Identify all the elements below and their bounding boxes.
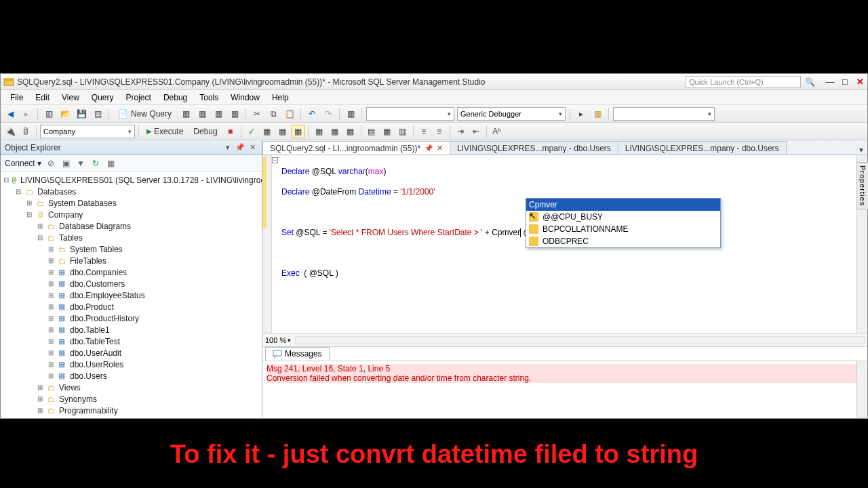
database-diagrams-node[interactable]: Database Diagrams <box>58 222 132 231</box>
activity-monitor-icon[interactable]: ▦ <box>344 107 357 121</box>
menu-tools[interactable]: Tools <box>194 92 224 104</box>
panel-dropdown-icon[interactable]: ▾ <box>222 143 233 152</box>
intellisense-icon[interactable]: ▦ <box>292 125 305 138</box>
table-node[interactable]: dbo.Companies <box>68 268 128 277</box>
intellisense-item[interactable]: BCPCOLLATIONNAME <box>526 223 720 235</box>
specify-values-icon[interactable]: Aᵇ <box>490 125 504 138</box>
new-query-button[interactable]: 📄 New Query <box>113 107 176 121</box>
connect-button[interactable]: Connect ▾ <box>5 159 41 168</box>
doc-tab-active[interactable]: SQLQuery2.sql - LI...ingroomadmin (55))*… <box>262 141 450 155</box>
client-stats-icon[interactable]: ▦ <box>344 125 357 138</box>
menu-query[interactable]: Query <box>86 92 119 104</box>
cut-icon[interactable]: ✂ <box>250 107 264 121</box>
system-tables-node[interactable]: System Tables <box>68 245 124 254</box>
menu-view[interactable]: View <box>56 92 85 104</box>
save-icon[interactable]: 💾 <box>75 107 88 121</box>
zoom-level[interactable]: 100 % <box>265 336 286 344</box>
tab-overflow-icon[interactable]: ▾ <box>855 145 867 155</box>
tab-pin-icon[interactable]: 📌 <box>425 144 433 152</box>
code-editor[interactable]: − Declare @SQL varchar(max) Declare @Dat… <box>262 155 867 333</box>
outline-collapse-icon[interactable]: − <box>272 157 278 163</box>
query-options-icon[interactable]: ▦ <box>276 125 290 138</box>
messages-scrollbar[interactable] <box>856 361 867 418</box>
table-node[interactable]: dbo.EmployeeStatus <box>68 291 146 300</box>
debug-button[interactable]: Debug <box>189 125 221 138</box>
tab-close-icon[interactable]: ✕ <box>437 144 443 152</box>
sync-icon[interactable]: ▦ <box>105 158 116 169</box>
databases-node[interactable]: Databases <box>36 187 77 197</box>
menu-help[interactable]: Help <box>267 92 294 104</box>
paste-icon[interactable]: 📋 <box>283 107 296 121</box>
minimize-button[interactable]: — <box>823 75 837 89</box>
tables-folder-node[interactable]: Tables <box>58 233 84 243</box>
results-text-icon[interactable]: ▤ <box>365 125 378 138</box>
menu-project[interactable]: Project <box>121 92 157 104</box>
filter-icon[interactable]: ▼ <box>75 158 86 169</box>
file-tables-node[interactable]: FileTables <box>68 256 108 266</box>
uncomment-icon[interactable]: ≡ <box>433 125 446 138</box>
cancel-query-icon[interactable]: ■ <box>224 125 237 138</box>
intellisense-item[interactable]: ODBCPREC <box>526 235 720 247</box>
table-node[interactable]: dbo.UserAudit <box>68 348 123 358</box>
refresh-icon[interactable]: ↻ <box>90 158 101 169</box>
table-node[interactable]: dbo.Product <box>68 302 115 312</box>
properties-tab[interactable]: Properties <box>856 162 868 209</box>
programmability-node[interactable]: Programmability <box>58 406 119 415</box>
table-node[interactable]: dbo.Users <box>68 371 108 381</box>
menu-window[interactable]: Window <box>225 92 265 104</box>
views-node[interactable]: Views <box>58 383 82 392</box>
open-icon[interactable]: 📂 <box>58 107 72 121</box>
intellisense-popup[interactable]: Cpmver @@CPU_BUSY BCPCOLLATIONNAME ODBCP… <box>526 198 721 248</box>
doc-tab[interactable]: LIVING\SQLEXPRES...mpany - dbo.Users <box>450 141 618 155</box>
messages-pane[interactable]: Msg 241, Level 16, State 1, Line 5 Conve… <box>262 361 867 418</box>
table-node[interactable]: dbo.TableTest <box>68 337 121 346</box>
estimated-plan-icon[interactable]: ▦ <box>260 125 274 138</box>
solution-config-combo[interactable]: ▾ <box>366 107 454 121</box>
system-databases-node[interactable]: System Databases <box>47 199 118 208</box>
panel-pin-icon[interactable]: 📌 <box>235 143 245 152</box>
intellisense-item[interactable]: @@CPU_BUSY <box>526 211 720 223</box>
close-button[interactable]: ✕ <box>852 75 867 89</box>
indent-icon[interactable]: ⇥ <box>454 125 467 138</box>
table-node[interactable]: dbo.Table1 <box>68 325 111 335</box>
panel-close-icon[interactable]: ✕ <box>247 143 258 152</box>
quick-launch-input[interactable]: Quick Launch (Ctrl+Q) <box>686 76 801 88</box>
debug-target-combo[interactable]: Generic Debugger▾ <box>457 107 566 121</box>
execute-button[interactable]: ▶Execute <box>142 125 187 138</box>
search-combo[interactable]: ▾ <box>613 107 715 121</box>
comment-icon[interactable]: ≡ <box>417 125 431 138</box>
copy-icon[interactable]: ⧉ <box>267 107 280 121</box>
actual-plan-icon[interactable]: ▦ <box>313 125 326 138</box>
menu-edit[interactable]: Edit <box>30 92 55 104</box>
table-node[interactable]: dbo.Customers <box>68 279 126 289</box>
connect-icon[interactable]: 🔌 <box>3 125 17 138</box>
save-all-icon[interactable]: ▤ <box>91 107 104 121</box>
undo-icon[interactable]: ↶ <box>305 107 319 121</box>
dmx-query-icon[interactable]: ▦ <box>212 107 225 121</box>
menu-debug[interactable]: Debug <box>158 92 193 104</box>
redo-icon[interactable]: ↷ <box>321 107 335 121</box>
table-node[interactable]: dbo.UserRoles <box>68 360 125 369</box>
object-explorer-tree[interactable]: ⊟🛢LIVING\SQLEXPRESS01 (SQL Server 13.0.1… <box>1 171 262 418</box>
intellisense-item-selected[interactable]: Cpmver <box>526 199 720 211</box>
server-node[interactable]: LIVING\SQLEXPRESS01 (SQL Server 13.0.172… <box>19 176 262 185</box>
registered-servers-icon[interactable]: ▦ <box>591 107 604 121</box>
change-connection-icon[interactable]: 🛢 <box>19 125 33 138</box>
back-icon[interactable]: ◀ <box>3 107 17 121</box>
db-engine-query-icon[interactable]: ▦ <box>179 107 193 121</box>
parse-icon[interactable]: ✓ <box>245 125 258 138</box>
live-stats-icon[interactable]: ▦ <box>328 125 342 138</box>
menu-file[interactable]: File <box>5 92 28 104</box>
maximize-button[interactable]: □ <box>837 75 852 89</box>
stop-icon[interactable]: ▣ <box>60 158 71 169</box>
mdx-query-icon[interactable]: ▦ <box>195 107 209 121</box>
results-grid-icon[interactable]: ▦ <box>380 125 394 138</box>
table-node[interactable]: dbo.ProductHistory <box>68 314 140 323</box>
find-icon[interactable]: ▸ <box>574 107 588 121</box>
messages-tab[interactable]: Messages <box>265 347 330 361</box>
database-combo[interactable]: Company▾ <box>40 125 135 138</box>
company-db-node[interactable]: Company <box>47 210 84 220</box>
horizontal-scrollbar[interactable] <box>295 336 865 344</box>
disconnect-icon[interactable]: ⊘ <box>45 158 56 169</box>
xmla-query-icon[interactable]: ▦ <box>228 107 241 121</box>
